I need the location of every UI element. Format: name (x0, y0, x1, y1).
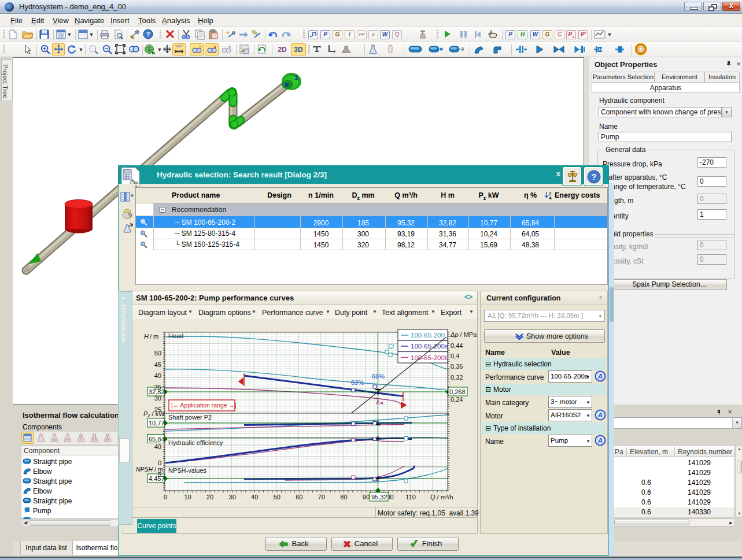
svg-text:4,457: 4,457 (149, 475, 165, 482)
svg-text:Hydraulic efficiency: Hydraulic efficiency (168, 439, 223, 446)
svg-text:H: H (599, 47, 602, 52)
svg-text:Q / m³/h: Q / m³/h (430, 494, 453, 500)
svg-text:40: 40 (154, 372, 161, 379)
svg-text:90: 90 (363, 494, 370, 500)
svg-text:A: A (549, 196, 552, 200)
svg-text:Z: Z (549, 192, 552, 196)
svg-text:100-65-200a: 100-65-200a (411, 343, 449, 350)
svg-text:40: 40 (251, 494, 258, 500)
svg-text:30: 30 (229, 494, 236, 500)
svg-text:10: 10 (184, 494, 191, 500)
svg-text:30: 30 (154, 395, 161, 402)
svg-text:65,84: 65,84 (149, 436, 165, 443)
svg-text:0,44: 0,44 (451, 342, 463, 349)
svg-text:|← Application range →|: |← Application range →| (171, 402, 237, 409)
svg-text:0,268: 0,268 (449, 388, 466, 395)
svg-text:0,24: 0,24 (451, 396, 463, 403)
svg-text:0,4: 0,4 (451, 353, 459, 359)
svg-text:A◂: A◂ (376, 399, 383, 406)
svg-text:0,32: 0,32 (451, 374, 463, 381)
svg-text:40: 40 (154, 443, 161, 450)
svg-text:+: + (226, 29, 230, 36)
svg-text:Δp / MPa: Δp / MPa (450, 331, 477, 338)
svg-text:/ m: / m (150, 333, 158, 340)
svg-text:50: 50 (274, 494, 280, 500)
svg-text:60: 60 (296, 494, 302, 500)
svg-text:A: A (597, 437, 603, 444)
svg-text:H: H (144, 333, 149, 340)
svg-text:45: 45 (154, 361, 161, 368)
svg-text:P₂ / kW: P₂ / kW (143, 410, 165, 417)
svg-text:A: A (597, 373, 603, 380)
svg-text:?: ? (146, 31, 150, 38)
svg-text:A: A (597, 411, 603, 418)
svg-text:NPSH / m: NPSH / m (136, 466, 163, 473)
svg-text:%: % (252, 29, 257, 36)
svg-text:10,77: 10,77 (149, 420, 165, 427)
svg-text:80: 80 (340, 494, 347, 500)
svg-text:95,32: 95,32 (371, 494, 387, 500)
svg-text:35: 35 (154, 384, 161, 391)
svg-text:110: 110 (405, 494, 416, 500)
svg-text:100-65-200: 100-65-200 (411, 332, 445, 339)
svg-text:Ef: Ef (388, 343, 394, 350)
svg-text:Shaft power P2: Shaft power P2 (168, 414, 212, 421)
svg-text:NPSH-values: NPSH-values (168, 467, 207, 474)
svg-text:0: 0 (164, 494, 167, 500)
svg-text:?: ? (592, 172, 597, 181)
svg-text:0,36: 0,36 (451, 363, 463, 370)
svg-text:20: 20 (206, 494, 213, 500)
svg-text:1: 1 (294, 73, 298, 81)
svg-text:63%: 63% (351, 379, 364, 386)
svg-text:Head: Head (168, 332, 183, 339)
svg-text:70: 70 (318, 494, 325, 500)
svg-text:66%: 66% (372, 373, 385, 380)
svg-text:100-65-200b: 100-65-200b (411, 354, 448, 361)
svg-text:50: 50 (154, 350, 161, 357)
